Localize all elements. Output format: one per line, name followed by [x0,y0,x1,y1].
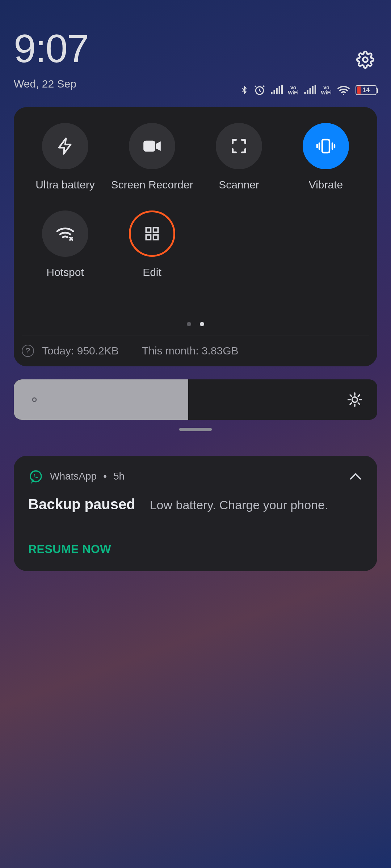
data-usage-month: This month: 3.83GB [142,345,239,357]
status-bar-icons: VoWiFi VoWiFi 14 [240,84,377,96]
brightness-low-icon [28,393,41,406]
notification-action-resume[interactable]: RESUME NOW [28,542,363,556]
brightness-slider[interactable] [14,379,377,420]
notification-age: 5h [113,471,125,482]
bolt-icon [42,123,88,169]
notification-header: WhatsApp • 5h [28,469,363,484]
battery-indicator: 14 [356,85,377,95]
qs-tile-label: Edit [110,266,194,278]
qs-tile-screen-recorder[interactable]: Screen Recorder [110,123,194,191]
alarm-icon [254,84,265,96]
bluetooth-icon [240,84,249,96]
vowifi-indicator-1: VoWiFi [288,85,298,95]
wifi-icon [337,85,350,95]
collapse-button[interactable] [348,471,363,481]
info-icon: ? [22,345,34,357]
notification-title: Backup paused [28,496,135,512]
svg-rect-8 [154,235,158,240]
svg-rect-4 [322,140,329,153]
qs-tile-label: Screen Recorder [110,179,194,191]
hotspot-icon [42,210,88,257]
battery-percent: 14 [362,86,370,94]
data-usage-today: Today: 950.2KB [42,345,119,357]
status-header: 9:07 Wed, 22 Sep VoWiFi VoWiFi 14 [0,0,391,101]
video-icon [129,123,175,169]
svg-rect-3 [143,141,155,152]
data-usage-bar[interactable]: ? Today: 950.2KB This month: 3.83GB [22,336,369,357]
signal-icon [270,85,283,95]
qs-tile-label: Hotspot [24,266,107,278]
settings-button[interactable] [356,51,374,69]
vowifi-indicator-2: VoWiFi [321,85,332,95]
qs-tile-hotspot[interactable]: Hotspot [24,210,107,278]
chevron-up-icon [348,471,363,481]
pager-dot-active [200,322,204,326]
panel-drag-handle[interactable] [179,428,212,431]
qs-tile-label: Vibrate [284,179,367,191]
qs-tile-edit[interactable]: Edit [110,210,194,278]
signal-icon-2 [304,85,316,95]
svg-point-0 [363,57,367,62]
qs-tile-scanner[interactable]: Scanner [197,123,281,191]
vibrate-icon [303,123,349,169]
notification-app-name: WhatsApp [50,471,97,482]
qs-tile-label: Scanner [197,179,281,191]
qs-tile-vibrate[interactable]: Vibrate [284,123,367,191]
svg-point-9 [33,398,36,401]
dot-separator: • [103,471,107,482]
svg-point-10 [352,397,358,403]
qs-pager[interactable] [22,322,369,326]
svg-rect-5 [146,228,151,233]
notification-body: Backup paused Low battery. Charge your p… [28,496,363,512]
grid-icon [129,210,175,257]
gear-icon [356,51,374,69]
brightness-high-icon [347,392,363,408]
whatsapp-icon [28,469,43,484]
svg-point-11 [30,471,41,482]
quick-settings-panel: Ultra battery Screen Recorder Scanner Vi… [14,107,377,366]
notification-text: Low battery. Charge your phone. [150,498,328,512]
qs-tile-ultra-battery[interactable]: Ultra battery [24,123,107,191]
svg-point-2 [343,94,344,95]
svg-rect-7 [146,235,151,240]
scan-icon [216,123,262,169]
pager-dot [187,322,191,326]
qs-tile-label: Ultra battery [24,179,107,191]
svg-rect-6 [154,228,158,233]
quick-settings-grid: Ultra battery Screen Recorder Scanner Vi… [22,123,369,278]
clock-time: 9:07 [14,25,377,71]
divider [28,527,363,527]
notification-card[interactable]: WhatsApp • 5h Backup paused Low battery.… [14,456,377,571]
